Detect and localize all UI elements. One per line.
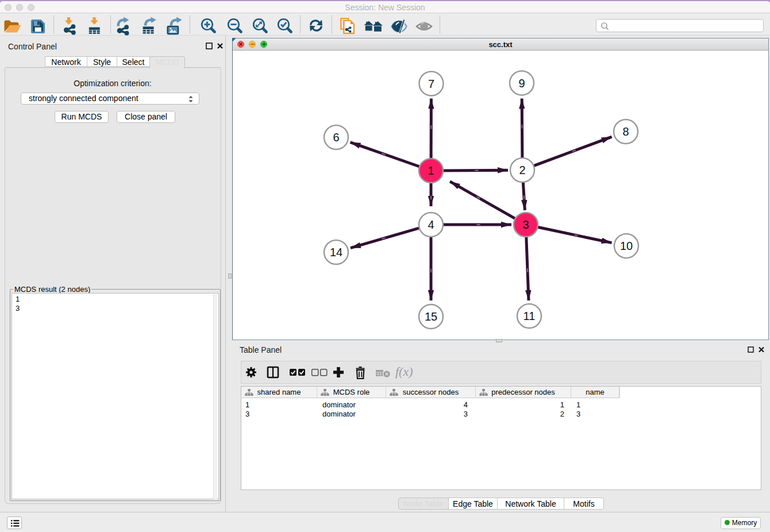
svg-text:9: 9 bbox=[518, 77, 525, 90]
svg-text:3: 3 bbox=[522, 218, 529, 231]
svg-text:10: 10 bbox=[620, 240, 633, 252]
svg-text:11: 11 bbox=[523, 310, 536, 322]
svg-text:14: 14 bbox=[330, 246, 342, 259]
svg-text:6: 6 bbox=[333, 131, 339, 144]
svg-text:1: 1 bbox=[428, 164, 434, 177]
svg-text:15: 15 bbox=[425, 310, 437, 323]
svg-text:2: 2 bbox=[519, 164, 525, 176]
svg-text:8: 8 bbox=[622, 125, 629, 138]
svg-text:4: 4 bbox=[428, 218, 434, 231]
svg-text:7: 7 bbox=[428, 78, 434, 90]
